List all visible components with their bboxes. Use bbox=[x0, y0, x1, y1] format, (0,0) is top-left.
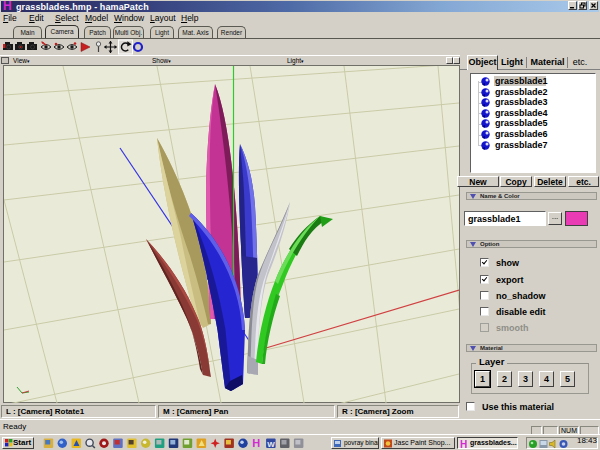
svg-text:H: H bbox=[252, 437, 260, 449]
svg-text:W: W bbox=[267, 440, 275, 449]
